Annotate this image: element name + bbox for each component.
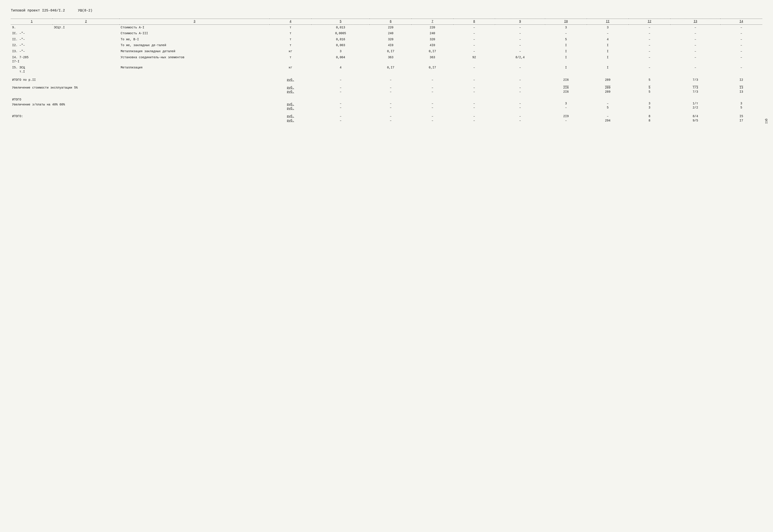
- col-header-12: I2: [629, 19, 671, 25]
- itogo3-row: ИТОГО: руб. руб. –– –– –– –– –– 2I9: [11, 113, 762, 124]
- col-header-6: 6: [370, 19, 412, 25]
- spacer-row: [11, 75, 762, 77]
- itogo2-uvel-zp-row: ИТОГО Увеличение з/платы на 40% 60% руб.…: [11, 97, 762, 112]
- col-header-3: 3: [119, 19, 270, 25]
- table-row: I2. –"– То же, закладных де-талей т 0,00…: [11, 42, 762, 49]
- itogo-p2-row: ИТОГО по р.II руб. – – – – – 2I6 289 5 7…: [11, 77, 762, 83]
- col-header-11: II: [587, 19, 629, 25]
- main-table: 1 2 3 4 5 6 7 8 9 I0 II I2 I3 I4 9. ЗСЦт…: [11, 19, 762, 124]
- col-header-1: 1: [11, 19, 53, 25]
- col-header-7: 7: [412, 19, 453, 25]
- side-label: I3Ô: [765, 119, 769, 124]
- table-row: I4. 7-285I7-I Установка соединитель-ных …: [11, 55, 762, 65]
- spacer-row: [11, 112, 762, 113]
- col-header-10: I0: [545, 19, 587, 25]
- col-header-2: 2: [53, 19, 119, 25]
- table-row: 9. ЗСЦт.I Стоимость А-I т 0,013 220 220 …: [11, 24, 762, 31]
- table-row: II. –"– То же, В-I т 0,016 320 320 – – 5…: [11, 37, 762, 43]
- col-header-5: 5: [311, 19, 370, 25]
- spacer-row: [11, 95, 762, 97]
- table-row: I5. ЗСЦ т.I Металлизация кг 4 0,I7 0,I7 …: [11, 65, 762, 75]
- page-header: Типовой проект I25-046/I.2 УШ(8-2): [11, 9, 762, 13]
- col-header-13: I3: [670, 19, 720, 25]
- col-header-8: 8: [453, 19, 495, 25]
- table-row: IC. –"– Стоимость А-III т 0,0005 240 240…: [11, 31, 762, 37]
- uvel-row: Увеличение стоимости эксплуатации 5% руб…: [11, 85, 762, 95]
- header-title: Типовой проект I25-046/I.2: [11, 9, 65, 13]
- col-header-9: 9: [495, 19, 545, 25]
- column-header-row: 1 2 3 4 5 6 7 8 9 I0 II I2 I3 I4: [11, 19, 762, 25]
- header-code: УШ(8-2): [78, 9, 92, 13]
- table-row: I3. –"– Металлизация закладных деталей к…: [11, 49, 762, 55]
- col-header-14: I4: [720, 19, 762, 25]
- col-header-4: 4: [270, 19, 311, 25]
- spacer-row: [11, 83, 762, 85]
